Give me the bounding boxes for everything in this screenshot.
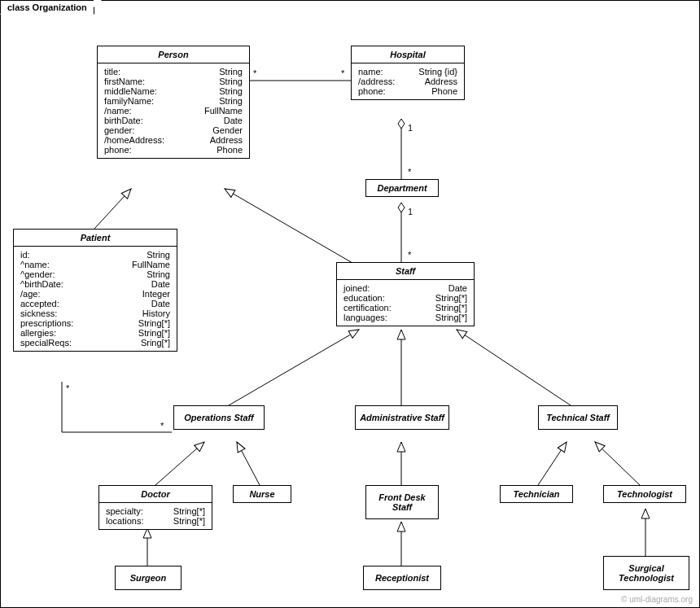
attribute-name: ^name: xyxy=(20,260,50,269)
attribute-name: /name: xyxy=(104,106,132,116)
attribute-type: String xyxy=(147,269,170,279)
attribute-row: prescriptions:String[*] xyxy=(20,318,170,328)
attribute-name: specialReqs: xyxy=(20,338,72,348)
class-nurse: Nurse xyxy=(233,485,291,503)
class-title: Administrative Staff xyxy=(356,406,448,429)
class-staff: Staff joined:Dateeducation:String[*]cert… xyxy=(336,262,475,326)
attribute-type: String[*] xyxy=(138,328,170,338)
attribute-type: String xyxy=(219,86,243,96)
attribute-row: birthDate:Date xyxy=(104,116,243,125)
class-title: Staff xyxy=(337,263,474,280)
attribute-type: FullName xyxy=(204,106,243,116)
attribute-type: Date xyxy=(151,299,170,308)
attribute-name: middleName: xyxy=(104,86,157,96)
attribute-row: /age:Integer xyxy=(20,289,170,299)
attribute-name: phone: xyxy=(358,86,386,96)
attribute-row: sickness:History xyxy=(20,308,170,318)
attribute-name: languages: xyxy=(343,313,387,322)
attribute-name: /age: xyxy=(20,289,40,299)
attribute-row: id:String xyxy=(20,250,170,260)
svg-line-7 xyxy=(457,330,571,405)
mult-hospital-side: * xyxy=(341,68,344,78)
attribute-name: ^birthDate: xyxy=(20,279,63,289)
class-title: Operations Staff xyxy=(174,406,264,429)
attribute-type: Address xyxy=(210,135,243,145)
class-doctor: Doctor specialty:String[*]locations:Stri… xyxy=(98,485,212,530)
attribute-row: firstName:String xyxy=(104,77,243,86)
class-attrs: id:String^name:FullName^gender:String^bi… xyxy=(14,247,177,351)
class-title: Hospital xyxy=(352,46,464,63)
attribute-name: specialty: xyxy=(106,506,143,516)
attribute-row: education:String[*] xyxy=(343,293,467,303)
attribute-row: /name:FullName xyxy=(104,106,243,116)
attribute-type: String[*] xyxy=(173,516,205,526)
attribute-type: String xyxy=(219,96,243,106)
attribute-type: String[*] xyxy=(435,303,467,313)
attribute-name: locations: xyxy=(106,516,143,526)
attribute-name: gender: xyxy=(104,125,134,135)
frame-title-tab: class Organization xyxy=(0,0,94,15)
class-administrative-staff: Administrative Staff xyxy=(355,405,449,430)
class-patient: Patient id:String^name:FullName^gender:S… xyxy=(13,229,177,352)
attribute-name: ^gender: xyxy=(20,269,55,279)
attribute-type: History xyxy=(142,308,170,318)
attribute-row: ^birthDate:Date xyxy=(20,279,170,289)
attribute-row: ^gender:String xyxy=(20,269,170,279)
attribute-type: String[*] xyxy=(138,318,170,328)
attribute-row: specialReqs:Sring[*] xyxy=(20,338,170,348)
attribute-type: String xyxy=(147,250,170,260)
svg-line-3 xyxy=(94,189,131,229)
svg-line-11 xyxy=(538,442,567,485)
attribute-type: String[*] xyxy=(435,293,467,303)
class-attrs: specialty:String[*]locations:String[*] xyxy=(99,503,212,529)
frame-title: class Organization xyxy=(7,2,87,12)
attribute-name: id: xyxy=(20,250,30,260)
attribute-row: accepted:Date xyxy=(20,299,170,308)
attribute-name: name: xyxy=(358,67,383,77)
attribute-name: certification: xyxy=(343,303,392,313)
attribute-type: Gender xyxy=(212,125,243,135)
class-technical-staff: Technical Staff xyxy=(538,405,618,430)
attribute-name: accepted: xyxy=(20,299,59,308)
attribute-type: String[*] xyxy=(435,313,467,322)
class-attrs: joined:Dateeducation:String[*]certificat… xyxy=(337,280,474,326)
attribute-name: birthDate: xyxy=(104,116,143,125)
class-technologist: Technologist xyxy=(603,485,686,503)
attribute-type: Sring[*] xyxy=(141,338,170,348)
attribute-type: String xyxy=(219,77,243,86)
attribute-name: allergies: xyxy=(20,328,56,338)
diagram-frame: class Organization xyxy=(0,0,700,608)
attribute-name: prescriptions: xyxy=(20,318,73,328)
attribute-row: /homeAddress:Address xyxy=(104,135,243,145)
attribute-row: familyName:String xyxy=(104,96,243,106)
attribute-row: allergies:String[*] xyxy=(20,328,170,338)
class-title: Technical Staff xyxy=(539,406,617,429)
class-surgeon: Surgeon xyxy=(115,566,182,590)
class-title: Technician xyxy=(501,486,572,502)
attribute-row: ^name:FullName xyxy=(20,260,170,269)
mult-dept-staff-n: * xyxy=(408,250,411,260)
attribute-name: /homeAddress: xyxy=(104,135,164,145)
attribute-type: Integer xyxy=(142,289,170,299)
attribute-name: joined: xyxy=(343,283,370,293)
attribute-name: familyName: xyxy=(104,96,154,106)
svg-line-12 xyxy=(595,442,640,485)
attribute-type: String {id} xyxy=(418,67,457,77)
attribute-row: certification:String[*] xyxy=(343,303,467,313)
class-department: Department xyxy=(365,179,439,197)
attribute-name: title: xyxy=(104,67,120,77)
svg-line-9 xyxy=(237,442,260,485)
class-title: Doctor xyxy=(99,486,212,503)
mult-patient-ops-2: * xyxy=(160,421,164,431)
class-title: Department xyxy=(366,180,438,196)
attribute-row: locations:String[*] xyxy=(106,516,205,526)
attribute-row: middleName:String xyxy=(104,86,243,96)
attribute-name: education: xyxy=(343,293,385,303)
mult-dept-staff-1: 1 xyxy=(408,207,413,217)
class-operations-staff: Operations Staff xyxy=(173,405,265,430)
class-attrs: name:String {id}/address:Addressphone:Ph… xyxy=(352,63,464,99)
class-title: Front Desk Staff xyxy=(366,486,438,518)
attribute-row: name:String {id} xyxy=(358,67,457,77)
attribute-row: title:String xyxy=(104,67,243,77)
svg-line-4 xyxy=(225,189,352,263)
